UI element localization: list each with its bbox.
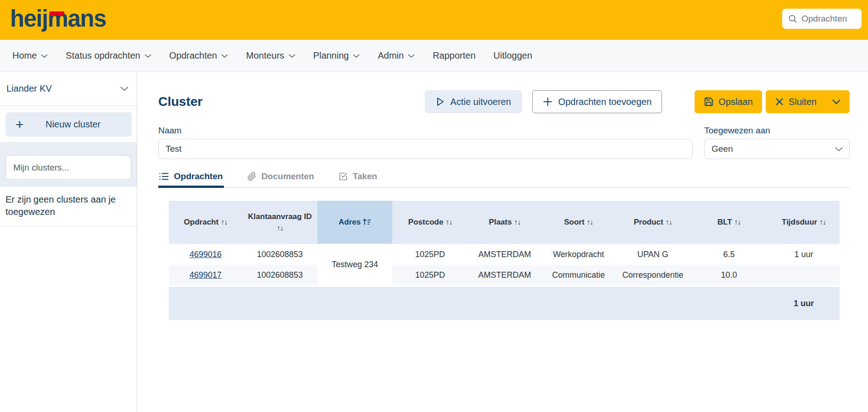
organisation-selector-value: Liander KV (6, 83, 52, 94)
nav-item-status-opdrachten[interactable]: Status opdrachten (66, 50, 151, 61)
table-footer-row: 1 uur (169, 286, 840, 320)
nav-item-uitloggen[interactable]: Uitloggen (494, 50, 533, 61)
save-button[interactable]: Opslaan (695, 90, 762, 113)
tab-documenten[interactable]: Documenten (246, 169, 315, 187)
column-label: BLT (718, 218, 732, 226)
nav-item-monteurs[interactable]: Monteurs (246, 50, 295, 61)
logo-text: heijmans (10, 5, 106, 32)
cell-product: UPAN G (616, 244, 690, 265)
orders-table: Opdracht ↑↓ Klantaanvraag ID ↑↓ Adres (169, 201, 840, 320)
no-clusters-message: Er zijn geen clusters aan je toegewezen (0, 187, 137, 226)
checkbox-check-icon (339, 172, 348, 181)
column-header-soort[interactable]: Soort ↑↓ (541, 201, 616, 244)
close-button[interactable]: Sluiten (766, 90, 850, 113)
column-label: Soort (564, 218, 584, 226)
table-row: 4699016 1002608853 Testweg 234 1025PD AM… (169, 244, 840, 265)
chevron-down-icon (289, 54, 295, 58)
cell-blt: 6.5 (690, 244, 768, 265)
clusters-search-input[interactable] (6, 155, 131, 180)
chevron-down-icon[interactable] (832, 99, 840, 104)
column-label: Tijdsduur (782, 218, 817, 226)
chevron-down-icon (835, 147, 843, 152)
cell-opdracht: 4699016 (169, 244, 242, 265)
column-header-klantaanvraag-id[interactable]: Klantaanvraag ID ↑↓ (242, 201, 317, 244)
cell-klantaanvraag-id: 1002608853 (242, 265, 317, 286)
tab-label: Taken (353, 171, 378, 181)
sort-icon: ↑↓ (445, 218, 452, 226)
cell-opdracht: 4699017 (169, 265, 242, 286)
search-input[interactable] (801, 14, 852, 24)
chevron-down-icon (353, 54, 360, 58)
nav-label: Monteurs (246, 50, 284, 61)
sort-icon: ↑↓ (221, 218, 227, 226)
nav-item-home[interactable]: Home (12, 50, 48, 61)
table-row: 4699017 1002608853 1025PD AMSTERDAM Comm… (169, 265, 840, 286)
sort-icon: ↑↓ (665, 218, 672, 226)
sidebar: Liander KV + Nieuw cluster Er zijn geen … (0, 72, 137, 412)
footer-tijdsduur-total: 1 uur (768, 286, 840, 320)
order-link[interactable]: 4699016 (189, 250, 222, 259)
main-navigation: Home Status opdrachten Opdrachten Monteu… (0, 40, 868, 72)
detail-tabs: Opdrachten Documenten Taken (158, 169, 850, 188)
close-label: Sluiten (789, 97, 817, 107)
nav-label: Rapporten (433, 50, 475, 61)
column-label: Opdracht (184, 218, 219, 226)
cell-product: Correspondentie (616, 265, 690, 286)
column-label: Postcode (408, 218, 444, 226)
execute-action-label: Actie uitvoeren (451, 97, 511, 107)
save-label: Opslaan (718, 97, 753, 107)
table-header-row: Opdracht ↑↓ Klantaanvraag ID ↑↓ Adres (169, 201, 840, 244)
execute-action-button[interactable]: Actie uitvoeren (425, 90, 522, 113)
organisation-selector[interactable]: Liander KV (0, 72, 137, 106)
cell-klantaanvraag-id: 1002608853 (242, 244, 317, 265)
cell-soort: Werkopdracht (541, 244, 616, 265)
chevron-down-icon (41, 54, 48, 58)
column-label: Plaats (489, 218, 512, 226)
plus-icon (543, 97, 553, 107)
nav-label: Planning (313, 50, 349, 61)
nav-item-planning[interactable]: Planning (313, 50, 360, 61)
sort-icon: ↑↓ (734, 218, 740, 226)
column-header-opdracht[interactable]: Opdracht ↑↓ (169, 201, 242, 244)
new-cluster-button[interactable]: + Nieuw cluster (6, 112, 132, 137)
chevron-down-icon (408, 54, 415, 58)
column-header-adres[interactable]: Adres (317, 201, 392, 244)
column-label: Product (634, 218, 663, 226)
cell-postcode: 1025PD (392, 265, 468, 286)
tab-opdrachten[interactable]: Opdrachten (158, 169, 224, 187)
cell-plaats: AMSTERDAM (468, 244, 541, 265)
add-orders-label: Opdrachten toevoegen (558, 97, 652, 107)
nav-item-admin[interactable]: Admin (378, 50, 415, 61)
close-icon (775, 97, 784, 106)
assigned-to-select[interactable]: Geen (704, 139, 850, 159)
global-search[interactable] (782, 9, 862, 29)
order-link[interactable]: 4699017 (189, 270, 222, 280)
nav-label: Admin (378, 50, 404, 61)
column-header-postcode[interactable]: Postcode ↑↓ (392, 201, 468, 244)
nav-label: Status opdrachten (66, 50, 140, 61)
column-header-tijdsduur[interactable]: Tijdsduur ↑↓ (768, 201, 840, 244)
cell-tijdsduur (768, 265, 840, 286)
add-orders-button[interactable]: Opdrachten toevoegen (532, 90, 662, 113)
plus-icon: + (16, 118, 24, 132)
cell-adres-merged: Testweg 234 (317, 244, 392, 286)
column-header-product[interactable]: Product ↑↓ (616, 201, 690, 244)
nav-item-opdrachten[interactable]: Opdrachten (169, 50, 228, 61)
nav-item-rapporten[interactable]: Rapporten (433, 50, 475, 61)
sort-icon: ↑↓ (587, 218, 593, 226)
column-header-blt[interactable]: BLT ↑↓ (690, 201, 768, 244)
play-icon (436, 97, 445, 107)
sort-ascending-icon (363, 218, 371, 226)
column-header-plaats[interactable]: Plaats ↑↓ (468, 201, 541, 244)
name-input[interactable] (158, 139, 693, 159)
logo-red-accent (50, 11, 64, 16)
save-icon (704, 97, 714, 107)
nav-label: Uitloggen (494, 50, 533, 61)
cell-tijdsduur: 1 uur (768, 244, 840, 265)
tab-taken[interactable]: Taken (338, 169, 378, 187)
heijmans-logo: heijmans (10, 6, 106, 32)
column-label: Klantaanvraag ID (248, 212, 312, 221)
search-icon (788, 14, 798, 24)
tab-label: Opdrachten (174, 171, 223, 181)
cell-soort: Communicatie (541, 265, 616, 286)
